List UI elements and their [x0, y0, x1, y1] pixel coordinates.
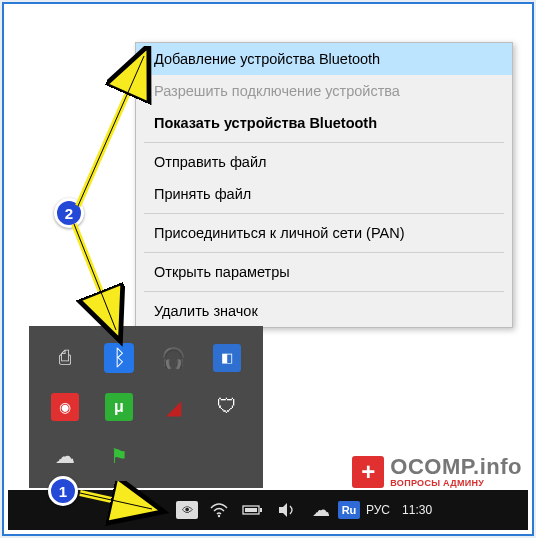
watermark-subtitle: ВОПРОСЫ АДМИНУ — [390, 479, 522, 488]
menu-add-bluetooth-device[interactable]: Добавление устройства Bluetooth — [136, 43, 512, 75]
tray-overflow-chevron-icon[interactable] — [144, 496, 172, 524]
menu-separator — [144, 213, 504, 214]
svg-rect-2 — [260, 508, 262, 512]
menu-receive-file[interactable]: Принять файл — [136, 178, 512, 210]
monitor-tray-icon[interactable]: 👁 — [176, 501, 198, 519]
step-badge-1: 1 — [48, 476, 78, 506]
menu-allow-connection: Разрешить подключение устройства — [136, 75, 512, 107]
screenshot-frame: Добавление устройства Bluetooth Разрешит… — [2, 2, 534, 536]
watermark-cross-icon: + — [352, 456, 384, 488]
menu-separator — [144, 252, 504, 253]
intel-graphics-icon[interactable]: ◧ — [213, 344, 241, 372]
menu-send-file[interactable]: Отправить файл — [136, 146, 512, 178]
system-tray-overflow: ⎙ ᛒ 🎧 ◧ ◉ μ ◢ 🛡 ☁ ⚑ — [29, 326, 263, 488]
svg-line-6 — [74, 224, 116, 330]
svg-rect-3 — [245, 508, 257, 512]
battery-icon[interactable] — [240, 497, 266, 523]
antivirus-icon[interactable]: ◢ — [159, 393, 187, 421]
menu-join-pan[interactable]: Присоединиться к личной сети (PAN) — [136, 217, 512, 249]
watermark-title: OCOMP.info — [390, 455, 522, 478]
taskbar: 👁 ☁ Ru РУС 11:30 — [8, 490, 528, 530]
menu-separator — [144, 142, 504, 143]
headphones-icon[interactable]: 🎧 — [159, 344, 187, 372]
step-badge-2: 2 — [54, 198, 84, 228]
language-badge[interactable]: Ru — [338, 501, 360, 519]
usb-drive-icon[interactable]: ⎙ — [51, 344, 79, 372]
screen-capture-icon[interactable]: ◉ — [51, 393, 79, 421]
menu-show-bluetooth-devices[interactable]: Показать устройства Bluetooth — [136, 107, 512, 139]
onedrive-icon[interactable]: ☁ — [308, 497, 334, 523]
menu-open-settings[interactable]: Открыть параметры — [136, 256, 512, 288]
utorrent-icon[interactable]: μ — [105, 393, 133, 421]
svg-line-7 — [74, 224, 116, 330]
defender-icon[interactable]: 🛡 — [213, 393, 241, 421]
language-text[interactable]: РУС — [366, 503, 390, 517]
flag-icon[interactable]: ⚑ — [105, 442, 133, 470]
bluetooth-icon[interactable]: ᛒ — [104, 343, 134, 373]
svg-point-0 — [218, 515, 220, 517]
menu-separator — [144, 291, 504, 292]
wifi-icon[interactable] — [206, 497, 232, 523]
bluetooth-context-menu: Добавление устройства Bluetooth Разрешит… — [135, 42, 513, 328]
watermark: + OCOMP.info ВОПРОСЫ АДМИНУ — [352, 455, 522, 488]
menu-remove-icon[interactable]: Удалить значок — [136, 295, 512, 327]
cloud-icon[interactable]: ☁ — [51, 442, 79, 470]
clock[interactable]: 11:30 — [402, 503, 432, 517]
volume-icon[interactable] — [274, 497, 300, 523]
